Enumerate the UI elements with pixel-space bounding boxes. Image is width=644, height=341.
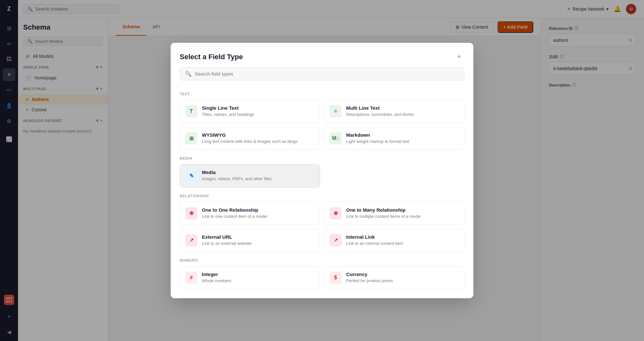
field-card-name-multi-line-text: Multi Line Text xyxy=(346,105,414,111)
modal-header: Select a Field Type × xyxy=(171,43,473,62)
field-card-desc-integer: Whole numbers xyxy=(202,278,231,284)
field-card-external-url[interactable]: ↗External URLLink to an external website xyxy=(180,229,320,252)
field-card-name-wysiwyg: WYSIWYG xyxy=(202,132,298,138)
modal-close-button[interactable]: × xyxy=(454,52,464,62)
field-icon-multi-line-text: ≡ xyxy=(329,105,342,117)
field-card-desc-currency: Perfect for product prices xyxy=(346,278,393,284)
field-card-single-line-text[interactable]: TSingle Line TextTitles, names, and head… xyxy=(180,100,320,123)
field-grid-text: TSingle Line TextTitles, names, and head… xyxy=(180,100,464,150)
field-icon-one-to-one: ⊕ xyxy=(185,207,197,219)
section-title-numeric: NUMERIC xyxy=(180,258,464,262)
field-icon-integer: # xyxy=(185,272,197,284)
field-card-currency[interactable]: $CurrencyPerfect for product prices xyxy=(324,266,464,289)
section-title-media: MEDIA xyxy=(180,156,464,160)
field-card-text-multi-line-text: Multi Line TextDescriptions, summaries, … xyxy=(346,105,414,117)
field-card-desc-markdown: Light weight markup to format text xyxy=(346,139,409,144)
field-card-desc-internal-link: Link to an internal content item xyxy=(346,241,403,246)
field-card-text-one-to-many: One to Many RelationshipLink to multiple… xyxy=(346,207,421,219)
field-card-desc-single-line-text: Titles, names, and headings xyxy=(202,112,254,117)
field-card-name-markdown: Markdown xyxy=(346,132,409,138)
field-icon-external-url: ↗ xyxy=(185,234,197,246)
field-card-internal-link[interactable]: ↗Internal LinkLink to an internal conten… xyxy=(324,229,464,252)
field-type-modal: Select a Field Type × 🔍 TEXTTSingle Line… xyxy=(171,43,473,298)
field-icon-wysiwyg: ⊞ xyxy=(185,132,197,144)
field-card-name-single-line-text: Single Line Text xyxy=(202,105,254,111)
field-card-desc-media: Images, videos, PDFs, and other files xyxy=(202,176,271,182)
field-grid-media: ✎MediaImages, videos, PDFs, and other fi… xyxy=(180,164,464,187)
field-card-text-wysiwyg: WYSIWYGLong text content with links & im… xyxy=(202,132,298,144)
field-card-text-currency: CurrencyPerfect for product prices xyxy=(346,272,393,284)
field-icon-internal-link: ↗ xyxy=(329,234,342,246)
modal-title: Select a Field Type xyxy=(180,53,243,61)
field-card-wysiwyg[interactable]: ⊞WYSIWYGLong text content with links & i… xyxy=(180,127,320,150)
field-grid-relationship: ⊕One to One RelationshipLink to one cont… xyxy=(180,202,464,252)
field-icon-one-to-many: ⊕ xyxy=(329,207,342,219)
field-card-multi-line-text[interactable]: ≡Multi Line TextDescriptions, summaries,… xyxy=(324,100,464,123)
field-card-text-single-line-text: Single Line TextTitles, names, and headi… xyxy=(202,105,254,117)
modal-backdrop[interactable]: Select a Field Type × 🔍 TEXTTSingle Line… xyxy=(0,0,644,341)
field-card-desc-wysiwyg: Long text content with links & images su… xyxy=(202,139,298,144)
modal-search-inner[interactable]: 🔍 xyxy=(180,67,464,80)
field-grid-numeric: #IntegerWhole numbers$CurrencyPerfect fo… xyxy=(180,266,464,289)
field-card-integer[interactable]: #IntegerWhole numbers xyxy=(180,266,320,289)
field-card-name-currency: Currency xyxy=(346,272,393,277)
field-card-desc-external-url: Link to an external website xyxy=(202,241,251,246)
field-icon-media: ✎ xyxy=(185,170,197,182)
search-icon: 🔍 xyxy=(185,71,192,77)
field-card-name-external-url: External URL xyxy=(202,234,251,240)
field-card-desc-one-to-many: Link to multiple content items of a mode… xyxy=(346,214,421,219)
field-card-text-external-url: External URLLink to an external website xyxy=(202,234,251,246)
section-title-text: TEXT xyxy=(180,92,464,96)
field-icon-single-line-text: T xyxy=(185,105,197,117)
field-card-markdown[interactable]: M↓MarkdownLight weight markup to format … xyxy=(324,127,464,150)
field-card-name-one-to-many: One to Many Relationship xyxy=(346,207,421,213)
field-card-text-integer: IntegerWhole numbers xyxy=(202,272,231,284)
field-card-text-internal-link: Internal LinkLink to an internal content… xyxy=(346,234,403,246)
field-card-desc-multi-line-text: Descriptions, summaries, and blurbs xyxy=(346,112,414,117)
field-icon-markdown: M↓ xyxy=(329,132,342,144)
field-card-desc-one-to-one: Link to one content item of a model xyxy=(202,214,267,219)
field-card-one-to-one[interactable]: ⊕One to One RelationshipLink to one cont… xyxy=(180,202,320,225)
field-card-name-one-to-one: One to One Relationship xyxy=(202,207,267,213)
field-card-media[interactable]: ✎MediaImages, videos, PDFs, and other fi… xyxy=(180,164,320,187)
field-card-name-media: Media xyxy=(202,170,271,175)
field-card-text-one-to-one: One to One RelationshipLink to one conte… xyxy=(202,207,267,219)
field-icon-currency: $ xyxy=(329,272,342,284)
field-card-text-media: MediaImages, videos, PDFs, and other fil… xyxy=(202,170,271,182)
section-title-relationship: RELATIONSHIP xyxy=(180,194,464,198)
field-card-name-internal-link: Internal Link xyxy=(346,234,403,240)
modal-body: TEXTTSingle Line TextTitles, names, and … xyxy=(171,86,473,298)
field-type-search-input[interactable] xyxy=(195,71,459,77)
field-card-name-integer: Integer xyxy=(202,272,231,277)
field-card-text-markdown: MarkdownLight weight markup to format te… xyxy=(346,132,409,144)
field-card-one-to-many[interactable]: ⊕One to Many RelationshipLink to multipl… xyxy=(324,202,464,225)
modal-search: 🔍 xyxy=(171,62,473,86)
